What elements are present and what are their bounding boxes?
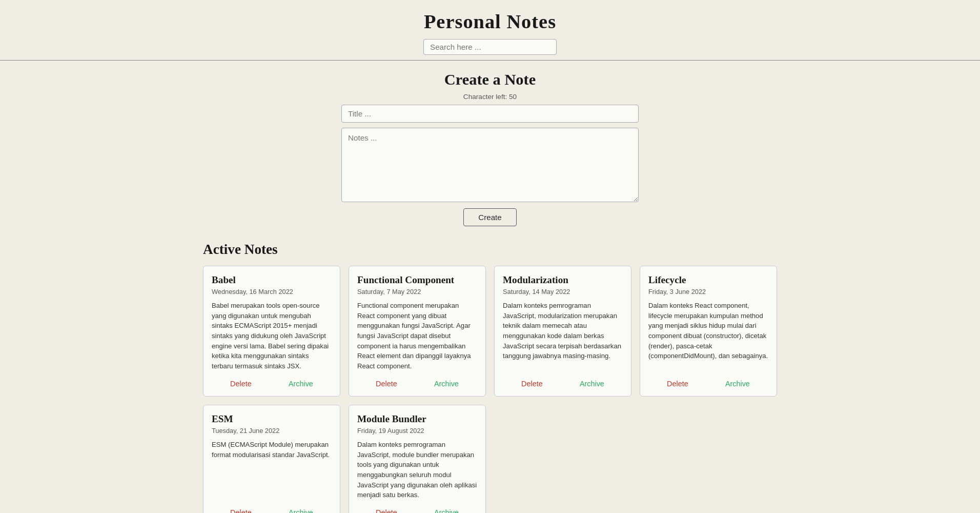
note-card-body: Functional component merupakan React com… bbox=[357, 301, 477, 371]
delete-button[interactable]: Delete bbox=[376, 508, 397, 513]
delete-button[interactable]: Delete bbox=[376, 380, 397, 388]
create-note-section: Create a Note Character left: 50 Create bbox=[203, 71, 777, 226]
archive-button[interactable]: Archive bbox=[580, 380, 604, 388]
note-card-actions: Delete Archive bbox=[503, 380, 623, 388]
note-card-body: Babel merupakan tools open-source yang d… bbox=[212, 301, 332, 371]
note-title-input[interactable] bbox=[341, 105, 639, 123]
app-title: Personal Notes bbox=[0, 10, 980, 33]
note-card-date: Saturday, 7 May 2022 bbox=[357, 288, 477, 295]
create-note-button[interactable]: Create bbox=[463, 208, 517, 226]
create-section-heading: Create a Note bbox=[203, 71, 777, 89]
note-card-body: ESM (ECMAScript Module) merupakan format… bbox=[212, 440, 332, 500]
note-card-date: Friday, 19 August 2022 bbox=[357, 427, 477, 435]
note-card: Module Bundler Friday, 19 August 2022 Da… bbox=[349, 405, 486, 513]
active-notes-heading: Active Notes bbox=[203, 242, 777, 258]
delete-button[interactable]: Delete bbox=[230, 508, 252, 513]
note-card-title: Functional Component bbox=[357, 274, 477, 286]
delete-button[interactable]: Delete bbox=[230, 380, 252, 388]
note-card-actions: Delete Archive bbox=[357, 508, 477, 513]
note-card-title: Lifecycle bbox=[648, 274, 768, 286]
delete-button[interactable]: Delete bbox=[667, 380, 688, 388]
note-card: Functional Component Saturday, 7 May 202… bbox=[349, 266, 486, 397]
active-notes-section: Active Notes Babel Wednesday, 16 March 2… bbox=[203, 242, 777, 513]
app-header: Personal Notes bbox=[0, 0, 980, 61]
note-card-date: Tuesday, 21 June 2022 bbox=[212, 427, 332, 435]
note-card: ESM Tuesday, 21 June 2022 ESM (ECMAScrip… bbox=[203, 405, 340, 513]
main-content: Create a Note Character left: 50 Create … bbox=[182, 61, 798, 513]
note-card-title: Babel bbox=[212, 274, 332, 286]
archive-button[interactable]: Archive bbox=[289, 508, 313, 513]
empty-grid-cell bbox=[640, 405, 777, 513]
active-notes-grid-row1: Babel Wednesday, 16 March 2022 Babel mer… bbox=[203, 266, 777, 397]
char-count-label: Character left: 50 bbox=[203, 93, 777, 101]
note-card-body: Dalam konteks pemrograman JavaScript, mo… bbox=[503, 301, 623, 371]
note-card-title: Module Bundler bbox=[357, 413, 477, 425]
note-card-actions: Delete Archive bbox=[212, 380, 332, 388]
archive-button[interactable]: Archive bbox=[434, 380, 459, 388]
note-card-date: Friday, 3 June 2022 bbox=[648, 288, 768, 295]
archive-button[interactable]: Archive bbox=[434, 508, 459, 513]
active-notes-grid-row2: ESM Tuesday, 21 June 2022 ESM (ECMAScrip… bbox=[203, 405, 777, 513]
note-card-title: ESM bbox=[212, 413, 332, 425]
note-card: Babel Wednesday, 16 March 2022 Babel mer… bbox=[203, 266, 340, 397]
note-card-date: Saturday, 14 May 2022 bbox=[503, 288, 623, 295]
archive-button[interactable]: Archive bbox=[725, 380, 750, 388]
delete-button[interactable]: Delete bbox=[521, 380, 543, 388]
note-body-textarea[interactable] bbox=[341, 128, 639, 202]
note-card-actions: Delete Archive bbox=[648, 380, 768, 388]
note-card-actions: Delete Archive bbox=[212, 508, 332, 513]
note-card-body: Dalam konteks pemrograman JavaScript, mo… bbox=[357, 440, 477, 500]
empty-grid-cell bbox=[494, 405, 631, 513]
note-card: Lifecycle Friday, 3 June 2022 Dalam kont… bbox=[640, 266, 777, 397]
note-card-body: Dalam konteks React component, lifecycle… bbox=[648, 301, 768, 371]
note-card-title: Modularization bbox=[503, 274, 623, 286]
archive-button[interactable]: Archive bbox=[289, 380, 313, 388]
note-card-actions: Delete Archive bbox=[357, 380, 477, 388]
search-input[interactable] bbox=[423, 39, 557, 55]
note-card: Modularization Saturday, 14 May 2022 Dal… bbox=[494, 266, 631, 397]
note-card-date: Wednesday, 16 March 2022 bbox=[212, 288, 332, 295]
